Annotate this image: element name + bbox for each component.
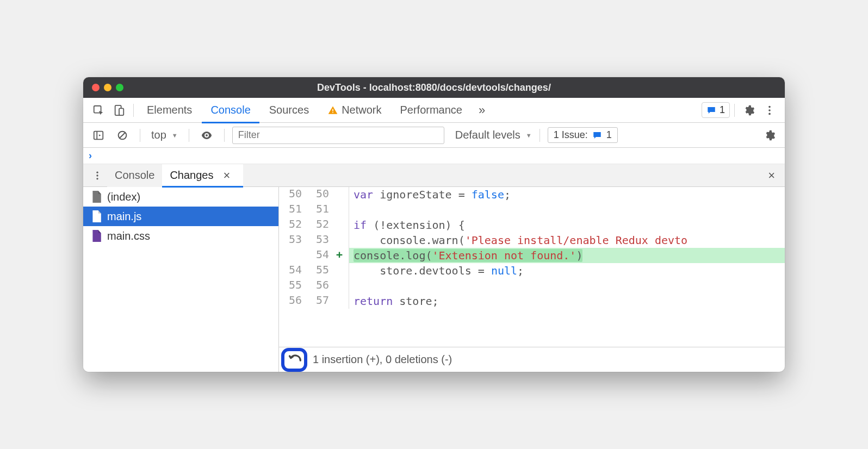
clear-console-icon[interactable] [113,126,132,145]
code-cell: console.warn('Please install/enable Redu… [349,233,785,248]
diff-marker [333,263,345,278]
overflow-glyph: » [479,103,485,117]
issues-button[interactable]: 1 Issue: 1 [548,127,618,143]
file-row[interactable]: main.js [83,207,278,226]
diff-line: 54+ console.log('Extension not found.') [279,248,785,263]
close-drawer-icon[interactable]: × [762,169,780,183]
tab-label: Performance [400,104,463,116]
new-line-number: 53 [306,233,333,248]
old-line-number: 52 [279,217,306,233]
old-line-number: 56 [279,294,306,309]
devtools-window: DevTools - localhost:8080/docs/devtools/… [83,77,785,372]
kebab-menu-icon[interactable] [760,101,779,120]
diff-line: 5353 console.warn('Please install/enable… [279,233,785,248]
log-levels-select[interactable]: Default levels [455,129,532,141]
device-toolbar-icon[interactable] [109,101,129,120]
tab-network[interactable]: Network [319,98,390,123]
diff-marker [333,294,345,309]
file-name: main.js [107,210,141,223]
traffic-lights [92,84,123,91]
diff-line: 5151 [279,202,785,217]
new-line-number: 57 [306,294,333,309]
code-cell: var ignoreState = false; [349,187,785,202]
separator [734,104,735,117]
tab-console[interactable]: Console [202,98,259,123]
close-window-button[interactable] [92,84,100,91]
code-cell [349,278,785,294]
console-prompt[interactable]: › [83,148,785,164]
console-settings-icon[interactable] [760,126,779,145]
diff-marker [333,278,345,294]
old-line-number [279,248,306,263]
changed-files-list: (index)main.jsmain.css [83,187,279,372]
show-sidebar-icon[interactable] [89,126,108,145]
diff-pane: 5050var ignoreState = false;51515252if (… [279,187,785,372]
svg-rect-8 [94,131,103,139]
tab-elements[interactable]: Elements [138,98,201,123]
changes-footer: 1 insertion (+), 0 deletions (-) [279,347,785,372]
code-cell: return store; [349,294,785,309]
message-icon [592,130,602,140]
diff-marker [333,217,345,233]
drawer-menu-icon[interactable] [88,166,107,185]
context-select[interactable]: top [148,127,181,144]
drawer-tab-changes[interactable]: Changes × [162,164,243,187]
titlebar: DevTools - localhost:8080/docs/devtools/… [83,77,785,98]
filter-input[interactable] [232,127,444,144]
issues-label: 1 Issue: [554,129,588,141]
file-name: main.css [107,230,150,242]
css-file-icon [91,229,102,242]
new-line-number: 56 [306,278,333,294]
old-line-number: 51 [279,202,306,217]
tab-label: Elements [147,104,192,116]
main-tabbar: Elements Console Sources Network Perform… [83,98,785,123]
minimize-window-button[interactable] [104,84,111,91]
file-row[interactable]: (index) [83,187,278,207]
settings-icon[interactable] [739,101,759,120]
drawer-tab-label: Changes [170,169,213,182]
live-expression-icon[interactable] [197,126,216,145]
warning-icon [327,105,338,116]
tabs-overflow-button[interactable]: » [472,101,492,120]
message-icon [706,105,716,115]
js-file-icon [91,210,102,223]
filter-input-field[interactable] [238,129,438,141]
issues-badge[interactable]: 1 [702,102,730,118]
close-tab-icon[interactable]: × [218,169,235,183]
svg-point-5 [768,105,771,108]
zoom-window-button[interactable] [116,84,123,91]
code-cell: console.log('Extension not found.') [349,248,785,263]
console-toolbar: top Default levels 1 Issue: 1 [83,123,785,148]
tab-performance[interactable]: Performance [392,98,472,123]
revert-button[interactable] [284,349,306,371]
separator [224,129,225,142]
levels-label: Default levels [455,129,520,141]
issues-count: 1 [606,129,612,141]
diff-line: 5556 [279,278,785,294]
code-cell: if (!extension) { [349,217,785,233]
inspect-element-icon[interactable] [89,101,108,120]
new-line-number: 54 [306,248,333,263]
old-line-number: 54 [279,263,306,278]
prompt-glyph: › [89,150,92,161]
diff-view[interactable]: 5050var ignoreState = false;51515252if (… [279,187,785,347]
diff-marker: + [333,248,345,263]
code-cell [349,202,785,217]
drawer-tab-console[interactable]: Console [107,164,162,187]
new-line-number: 51 [306,202,333,217]
tab-label: Network [342,104,381,116]
drawer-header: Console Changes × × [83,164,785,187]
file-row[interactable]: main.css [83,226,278,246]
diff-line: 5050var ignoreState = false; [279,187,785,202]
svg-rect-3 [332,109,333,111]
tab-sources[interactable]: Sources [261,98,318,123]
svg-point-13 [96,178,98,179]
svg-point-11 [96,171,98,173]
html-file-icon [91,190,102,203]
issues-count: 1 [720,104,725,116]
tab-label: Sources [269,104,309,116]
changes-body: (index)main.jsmain.css 5050var ignoreSta… [83,187,785,372]
window-title: DevTools - localhost:8080/docs/devtools/… [83,82,785,93]
old-line-number: 50 [279,187,306,202]
diff-marker [333,187,345,202]
